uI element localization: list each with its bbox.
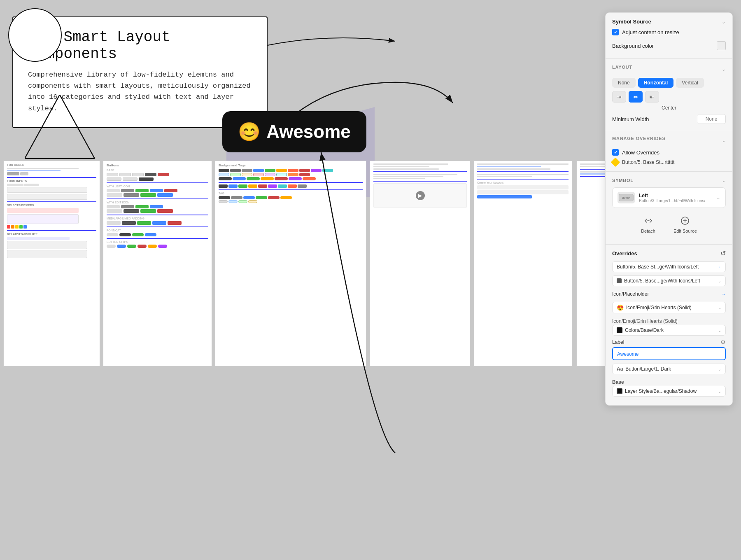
override-text-0: Button/5. Base St...ge/With Icons/Left <box>617 264 715 270</box>
triangle-decoration <box>25 95 95 162</box>
overrides-section: Overrides ↺ Button/5. Base St...ge/With … <box>606 245 732 405</box>
override-text-layer: Layer Styles/Ba...egular/Shadow <box>625 388 718 394</box>
min-width-input[interactable] <box>697 114 726 124</box>
manage-overrides-chevron[interactable]: ⌄ <box>722 138 726 143</box>
emoji-header-label: Icon/Emoji/Grin Hearts (Solid) <box>612 317 726 325</box>
symbol-source-title: Symbol Source <box>612 19 651 25</box>
symbol-path: Button/3. Large/1...ht/Fill/With Icons/ <box>639 198 712 203</box>
layout-align-row: ⇥ ⇔ ⇤ <box>612 91 726 103</box>
min-width-row: Minimum Width <box>612 114 726 124</box>
overrides-header: Overrides ↺ <box>612 250 726 257</box>
override-dropdown-color[interactable]: ⌄ <box>718 328 721 333</box>
background-color-row: Background color <box>612 39 726 53</box>
override-row-font: Aa Button/Large/1. Dark ⌄ <box>612 364 726 374</box>
icon-placeholder-arrow[interactable]: → <box>721 292 726 296</box>
detach-icon <box>642 215 655 227</box>
override-row-color: Colors/Base/Dark ⌄ <box>612 325 726 336</box>
font-prefix: Aa <box>617 366 623 372</box>
symbol-actions: Detach Edit Source <box>612 212 726 236</box>
thumb-panel-1: FOR ORDER FORM INPUTS SELECTS/PICKERS RE… <box>3 161 100 366</box>
refresh-icon[interactable]: ↺ <box>720 250 726 257</box>
override-value-layer[interactable]: Layer Styles/Ba...egular/Shadow ⌄ <box>612 386 726 397</box>
override-row-0: Button/5. Base St...ge/With Icons/Left → <box>612 261 726 272</box>
manage-overrides-header: MANAGE OVERRIDES <box>612 136 666 141</box>
adjust-content-checkbox[interactable] <box>612 29 619 35</box>
override-text-emoji: Icon/Emoji/Grin Hearts (Solid) <box>626 305 718 310</box>
thumb-panel-4: ▶ <box>370 161 471 366</box>
override-text-color: Colors/Base/Dark <box>625 327 718 333</box>
override-value-1[interactable]: Button/5. Base...ge/With Icons/Left ⌄ <box>612 275 726 286</box>
emoji-icon: 😍 <box>617 304 624 311</box>
symbol-preview-info: Left Button/3. Large/1...ht/Fill/With Ic… <box>639 193 712 203</box>
detach-button[interactable]: Detach <box>636 212 660 236</box>
layer-swatch <box>617 388 622 394</box>
allow-overrides-checkbox[interactable] <box>612 149 619 156</box>
override-text-1: Button/5. Base...ge/With Icons/Left <box>624 278 718 284</box>
min-width-label: Minimum Width <box>612 116 649 122</box>
symbol-chevron[interactable]: ⌄ <box>722 177 726 183</box>
override-row-icon-placeholder: Icon/Placeholder → <box>612 289 726 299</box>
override-dropdown-font[interactable]: ⌄ <box>718 367 721 371</box>
awesome-emoji: 😊 <box>238 121 261 142</box>
override-row-layer: Layer Styles/Ba...egular/Shadow ⌄ <box>612 386 726 397</box>
layout-none-button[interactable]: None <box>612 78 636 88</box>
color-swatch <box>617 327 622 333</box>
override-dropdown-layer[interactable]: ⌄ <box>718 389 721 394</box>
override-value-0[interactable]: Button/5. Base St...ge/With Icons/Left → <box>612 261 726 272</box>
symbol-header: SYMBOL <box>612 178 634 183</box>
symbol-name: Left <box>639 193 712 198</box>
allow-overrides-label: Allow Overrides <box>622 149 659 156</box>
symbol-header-row: SYMBOL ⌄ <box>612 177 726 183</box>
layout-horizontal-button[interactable]: Horizontal <box>638 78 674 88</box>
edit-source-icon <box>679 215 691 227</box>
thumb-panel-3: Badges and Tags <box>215 161 366 366</box>
label-input-text: Awesome <box>617 351 638 357</box>
overrides-title: Overrides <box>612 250 637 257</box>
label-settings-icon[interactable]: ⚙ <box>720 339 726 345</box>
bg-color-label: Background color <box>612 43 654 49</box>
adjust-content-row[interactable]: Adjust content on resize <box>612 29 726 35</box>
diamond-icon <box>611 158 620 167</box>
override-value-font[interactable]: Aa Button/Large/1. Dark ⌄ <box>612 364 726 374</box>
override-value-color[interactable]: Colors/Base/Dark ⌄ <box>612 325 726 336</box>
swatch-1 <box>617 278 622 283</box>
override-text-font: Button/Large/1. Dark <box>625 366 718 372</box>
layout-chevron[interactable]: ⌄ <box>722 66 726 72</box>
align-left-button[interactable]: ⇥ <box>612 91 626 103</box>
align-center-label: Center <box>612 105 726 111</box>
label-input-active[interactable]: Awesome <box>612 347 726 360</box>
override-value-emoji[interactable]: 😍 Icon/Emoji/Grin Hearts (Solid) ⌄ <box>612 302 726 313</box>
circle-decoration <box>8 8 62 62</box>
override-row-1: Button/5. Base...ge/With Icons/Left ⌄ <box>612 275 726 286</box>
base-header-label: Base <box>612 378 726 386</box>
override-dropdown-emoji[interactable]: ⌄ <box>718 306 721 310</box>
layout-section: LAYOUT ⌄ None Horizontal Vertical ⇥ ⇔ ⇤ … <box>606 59 732 130</box>
symbol-source-chevron[interactable]: ⌄ <box>722 19 726 25</box>
layout-vertical-button[interactable]: Vertical <box>676 78 704 88</box>
override-link-arrow-0[interactable]: → <box>717 264 721 269</box>
symbol-preview[interactable]: Button Left Button/3. Large/1...ht/Fill/… <box>612 187 726 208</box>
button-base-text: Button/5. Base St...rtttttt <box>622 159 674 165</box>
symbol-section: SYMBOL ⌄ Button Left Button/3. Large/1..… <box>606 172 732 245</box>
thumb-panel-5: Create Your Account <box>473 161 572 366</box>
symbol-preview-chevron[interactable]: ⌄ <box>716 195 720 201</box>
edit-source-label: Edit Source <box>673 229 697 233</box>
allow-overrides-row[interactable]: Allow Overrides <box>612 149 726 156</box>
edit-source-button[interactable]: Edit Source <box>669 212 702 236</box>
layout-type-buttons: None Horizontal Vertical <box>612 78 726 88</box>
right-panel: Symbol Source ⌄ Adjust content on resize… <box>605 12 733 406</box>
symbol-preview-icon: Button <box>618 192 635 203</box>
thumb-panel-2: Buttons BASE WITH LEFT ICON <box>103 161 212 366</box>
align-right-button[interactable]: ⇤ <box>645 91 659 103</box>
svg-marker-0 <box>25 95 95 159</box>
override-row-label: Label ⚙ Awesome <box>612 339 726 360</box>
button-base-row: Button/5. Base St...rtttttt <box>612 159 726 166</box>
bg-color-swatch[interactable] <box>717 41 726 50</box>
label-field-header: Label <box>612 339 624 345</box>
awesome-text: Awesome <box>266 121 351 142</box>
override-dropdown-1[interactable]: ⌄ <box>718 279 721 283</box>
awesome-badge: 😊 Awesome <box>222 111 366 152</box>
manage-overrides-section: MANAGE OVERRIDES ⌄ Allow Overrides Butto… <box>606 130 732 172</box>
align-center-button[interactable]: ⇔ <box>629 91 643 103</box>
detach-label: Detach <box>641 229 655 233</box>
